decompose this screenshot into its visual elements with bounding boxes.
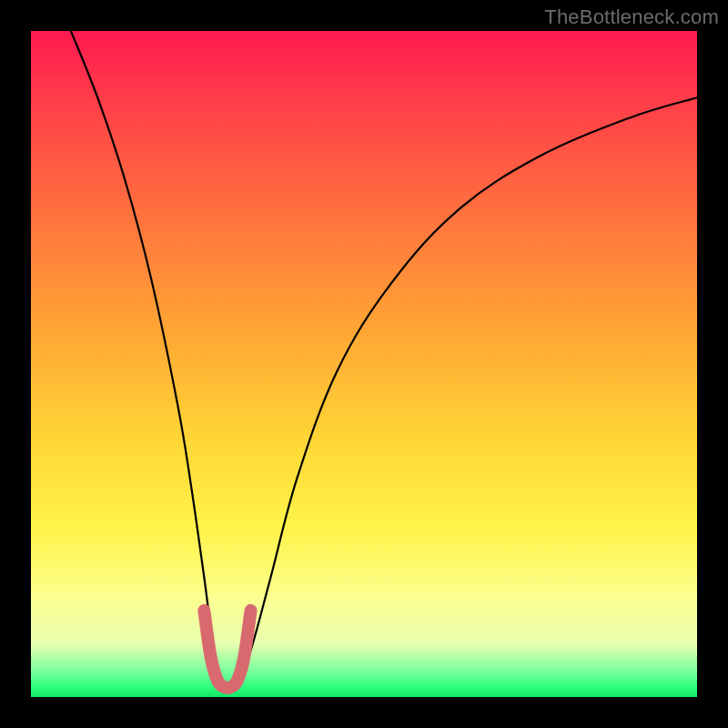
watermark-text: TheBottleneck.com [544,5,719,29]
chart-frame: TheBottleneck.com [0,0,728,728]
curve-layer [31,31,697,697]
bottleneck-curve [71,31,697,688]
optimal-zone-marker [204,611,250,688]
plot-area [31,31,697,697]
